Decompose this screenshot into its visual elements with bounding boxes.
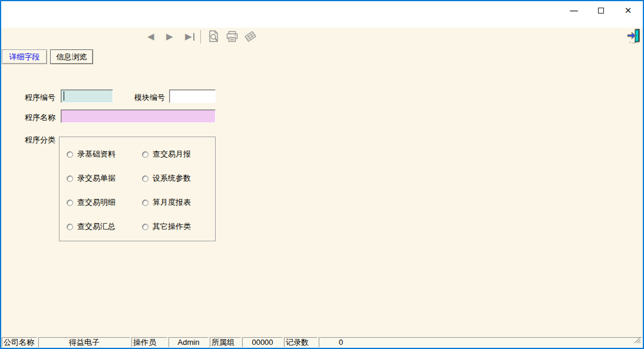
radio-label: 录交易单据: [77, 173, 115, 184]
status-operator-value: Admin: [169, 337, 209, 347]
close-icon: ✕: [625, 5, 632, 16]
maximize-icon: [598, 8, 604, 14]
status-records-label: 记录数: [284, 337, 318, 347]
status-operator-label: 操作员: [131, 337, 167, 347]
radio-option-trade-doc[interactable]: 录交易单据: [67, 173, 115, 184]
tab-info-browse[interactable]: 信息浏览: [50, 49, 93, 64]
module-no-input[interactable]: [169, 89, 216, 103]
status-records-value: 0: [319, 337, 642, 347]
radio-label: 查交易月报: [153, 149, 191, 159]
text-caret: [64, 91, 64, 101]
radio-label: 设系统参数: [153, 173, 191, 184]
record-last-icon[interactable]: ▶: [185, 31, 194, 42]
statusbar: 公司名称 得益电子 操作员 Admin 所属组 00000 记录数 0: [1, 337, 643, 348]
program-no-input[interactable]: [61, 89, 113, 103]
radio-label: 查交易汇总: [77, 221, 115, 232]
print-icon[interactable]: [226, 30, 239, 43]
print-preview-icon[interactable]: [207, 30, 220, 43]
status-company-value: 得益电子: [38, 337, 130, 347]
radio-label: 查交易明细: [77, 197, 115, 208]
toolbar-separator: [200, 30, 201, 44]
radio-circle-icon: [142, 151, 148, 158]
window-controls: — ✕: [560, 1, 642, 19]
radio-circle-icon: [67, 200, 73, 206]
print-setup-icon[interactable]: [244, 30, 257, 43]
record-last-bar: [193, 33, 194, 41]
radio-option-monthly-report[interactable]: 查交易月报: [142, 149, 191, 159]
radio-circle-icon: [67, 175, 73, 182]
tab-detail-fields[interactable]: 详细字段: [2, 49, 47, 64]
radio-label: 其它操作类: [153, 221, 191, 232]
radio-circle-icon: [67, 224, 73, 230]
record-last-arrow: ▶: [185, 31, 192, 42]
minimize-button[interactable]: —: [560, 1, 587, 19]
program-category-groupbox: 录基础资料 录交易单据 查交易明细 查交易汇总 查交易月报 设系统参数 算月度报…: [59, 137, 216, 241]
radio-circle-icon: [142, 200, 148, 206]
record-prev-icon[interactable]: ◀: [147, 31, 154, 42]
program-name-input[interactable]: [61, 109, 216, 123]
titlebar: — ✕: [1, 1, 643, 28]
radio-label: 算月度报表: [153, 197, 191, 208]
status-company-label: 公司名称: [2, 337, 37, 347]
close-button[interactable]: ✕: [615, 1, 642, 19]
radio-option-calc-monthly[interactable]: 算月度报表: [142, 197, 191, 208]
status-group-value: 00000: [242, 337, 283, 347]
radio-option-other-ops[interactable]: 其它操作类: [142, 221, 191, 232]
radio-option-trade-summary[interactable]: 查交易汇总: [67, 221, 115, 232]
minimize-icon: —: [570, 5, 579, 16]
radio-label: 录基础资料: [77, 149, 115, 159]
radio-option-trade-detail[interactable]: 查交易明细: [67, 197, 115, 208]
resize-grip[interactable]: [634, 335, 641, 346]
radio-circle-icon: [142, 224, 148, 230]
maximize-button[interactable]: [587, 1, 615, 19]
program-category-label: 程序分类: [25, 135, 55, 145]
radio-option-system-params[interactable]: 设系统参数: [142, 173, 191, 184]
record-next-icon[interactable]: ▶: [166, 31, 173, 42]
radio-option-basic-data[interactable]: 录基础资料: [67, 149, 115, 159]
app-window: — ✕ ◀ ▶ ▶: [0, 0, 644, 349]
program-no-label: 程序编号: [25, 92, 55, 103]
status-group-label: 所属组: [210, 337, 241, 347]
module-no-label: 模块编号: [134, 92, 165, 103]
radio-circle-icon: [67, 151, 73, 158]
exit-door-icon[interactable]: [626, 28, 641, 45]
program-name-label: 程序名称: [25, 112, 55, 123]
radio-circle-icon: [142, 175, 148, 182]
